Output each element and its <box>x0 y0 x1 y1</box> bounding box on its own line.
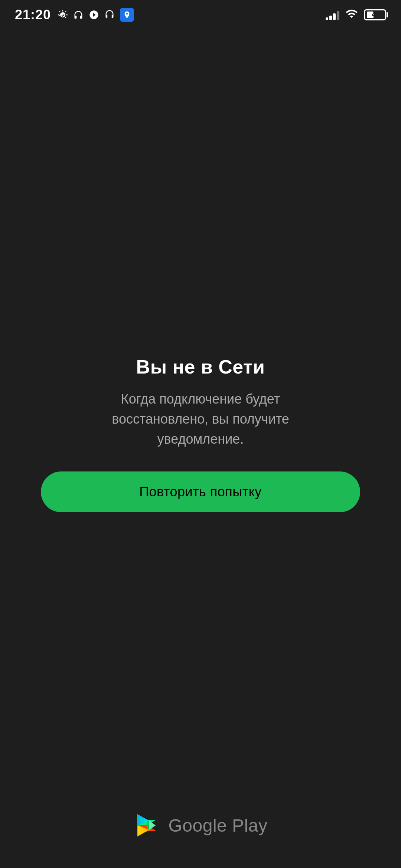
status-icons <box>58 8 134 22</box>
status-time: 21:20 <box>15 7 51 23</box>
status-left: 21:20 <box>15 7 134 23</box>
google-play-footer: Google Play <box>0 812 401 838</box>
status-right: 40 <box>326 7 386 23</box>
retry-button[interactable]: Повторить попытку <box>41 471 360 512</box>
alarm-icon <box>58 10 68 20</box>
headset-icon <box>104 10 115 20</box>
main-content: Вы не в Сети Когда подключение будет вос… <box>0 0 401 868</box>
google-play-label: Google Play <box>169 815 268 836</box>
offline-subtitle: Когда подключение будет восстановлено, в… <box>74 389 327 449</box>
offline-section: Вы не в Сети Когда подключение будет вос… <box>74 356 327 449</box>
offline-title: Вы не в Сети <box>136 356 265 378</box>
headphones-icon <box>73 10 84 20</box>
battery-icon: 40 <box>364 9 386 20</box>
app-icon <box>120 8 134 22</box>
google-play-icon <box>134 812 160 838</box>
media-icon <box>89 10 99 20</box>
signal-strength-icon <box>326 10 339 20</box>
wifi-icon <box>345 7 358 23</box>
status-bar: 21:20 <box>0 0 401 30</box>
